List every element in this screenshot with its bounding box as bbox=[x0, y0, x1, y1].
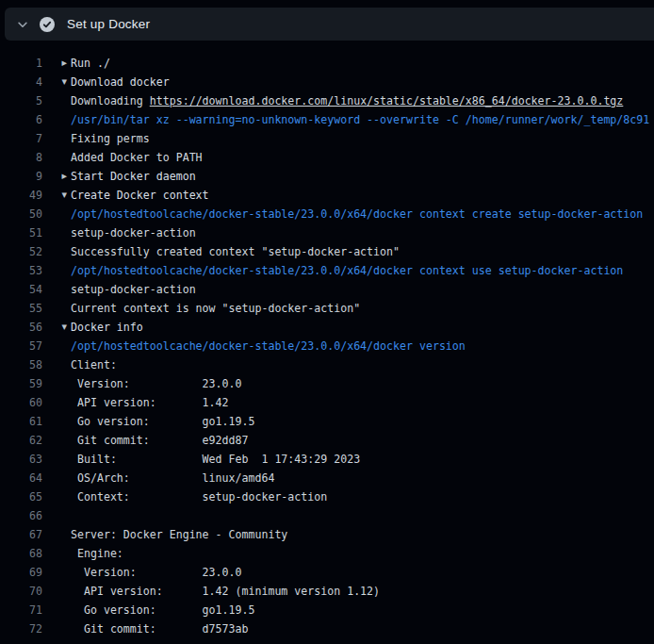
line-number[interactable]: 58 bbox=[0, 355, 42, 374]
log-line: 69 Version: 23.0.0 bbox=[0, 563, 654, 582]
toggle-spacer bbox=[42, 129, 71, 148]
line-number[interactable]: 1 bbox=[0, 54, 42, 73]
log-line: 50/opt/hostedtoolcache/docker-stable/23.… bbox=[0, 205, 654, 223]
log-line: 62 Git commit: e92dd87 bbox=[0, 431, 654, 450]
log-line: 52Successfully created context "setup-do… bbox=[0, 242, 654, 261]
line-number[interactable]: 53 bbox=[0, 261, 42, 280]
log-text: Go version: go1.19.5 bbox=[71, 412, 254, 431]
toggle-spacer bbox=[42, 337, 71, 355]
log-container: 1▸Run ./4▾Download docker5Downloading ht… bbox=[0, 41, 654, 638]
toggle-spacer bbox=[42, 450, 71, 469]
log-line: 65 Context: setup-docker-action bbox=[0, 487, 654, 506]
line-number[interactable]: 71 bbox=[0, 601, 42, 619]
line-number[interactable]: 5 bbox=[0, 91, 42, 110]
line-number[interactable]: 70 bbox=[0, 582, 42, 601]
toggle-spacer bbox=[42, 525, 71, 544]
group-title: Start Docker daemon bbox=[71, 167, 196, 186]
log-text: Version: 23.0.0 bbox=[71, 563, 241, 582]
toggle-spacer bbox=[42, 242, 71, 261]
chevron-down-icon[interactable] bbox=[16, 18, 29, 31]
log-line: 67Server: Docker Engine - Community bbox=[0, 525, 654, 544]
line-number[interactable]: 55 bbox=[0, 299, 42, 318]
log-text: Engine: bbox=[71, 544, 123, 563]
line-number[interactable]: 62 bbox=[0, 431, 42, 450]
log-text: Git commit: e92dd87 bbox=[71, 431, 248, 450]
log-line: 68 Engine: bbox=[0, 544, 654, 563]
line-number[interactable]: 60 bbox=[0, 393, 42, 412]
status-check-circle-icon bbox=[40, 17, 55, 32]
line-number[interactable]: 6 bbox=[0, 110, 42, 129]
toggle-spacer bbox=[42, 110, 71, 129]
line-number[interactable]: 59 bbox=[0, 374, 42, 393]
log-text: Built: Wed Feb 1 17:43:29 2023 bbox=[71, 450, 360, 469]
log-group-row[interactable]: 4▾Download docker bbox=[0, 73, 654, 91]
line-number[interactable]: 69 bbox=[0, 563, 42, 582]
line-number[interactable]: 68 bbox=[0, 544, 42, 563]
log-line: 66 bbox=[0, 506, 654, 525]
log-line: 58Client: bbox=[0, 355, 654, 374]
log-url-link[interactable]: https://download.docker.com/linux/static… bbox=[150, 94, 624, 107]
group-chevron-right-icon[interactable]: ▸ bbox=[42, 167, 71, 186]
line-number[interactable]: 65 bbox=[0, 487, 42, 506]
line-number[interactable]: 57 bbox=[0, 337, 42, 355]
log-group-row[interactable]: 49▾Create Docker context bbox=[0, 186, 654, 205]
line-number[interactable]: 56 bbox=[0, 318, 42, 337]
actions-log-viewer: Set up Docker 1▸Run ./4▾Download docker5… bbox=[0, 8, 654, 638]
line-number[interactable]: 61 bbox=[0, 412, 42, 431]
command-text: /opt/hostedtoolcache/docker-stable/23.0.… bbox=[71, 261, 623, 280]
line-number[interactable]: 72 bbox=[0, 619, 42, 638]
log-text: Server: Docker Engine - Community bbox=[71, 525, 287, 544]
toggle-spacer bbox=[42, 431, 71, 450]
log-text: Fixing perms bbox=[71, 129, 150, 148]
log-text: Successfully created context "setup-dock… bbox=[71, 242, 400, 261]
log-line: 51setup-docker-action bbox=[0, 223, 654, 242]
log-group-row[interactable]: 1▸Run ./ bbox=[0, 54, 654, 73]
command-text: /opt/hostedtoolcache/docker-stable/23.0.… bbox=[71, 205, 643, 223]
line-number[interactable]: 66 bbox=[0, 506, 42, 525]
line-number[interactable]: 64 bbox=[0, 469, 42, 487]
group-title: Docker info bbox=[71, 318, 143, 337]
line-number[interactable]: 9 bbox=[0, 167, 42, 186]
log-line: 57/opt/hostedtoolcache/docker-stable/23.… bbox=[0, 337, 654, 355]
log-line: 7Fixing perms bbox=[0, 129, 654, 148]
log-text: API version: 1.42 bbox=[71, 393, 229, 412]
log-line: 55Current context is now "setup-docker-a… bbox=[0, 299, 654, 318]
line-number[interactable]: 4 bbox=[0, 73, 42, 91]
toggle-spacer bbox=[42, 487, 71, 506]
log-group-row[interactable]: 9▸Start Docker daemon bbox=[0, 167, 654, 186]
group-chevron-down-icon[interactable]: ▾ bbox=[42, 186, 71, 205]
toggle-spacer bbox=[42, 563, 71, 582]
step-header[interactable]: Set up Docker bbox=[5, 8, 654, 41]
toggle-spacer bbox=[42, 91, 71, 110]
log-line: 59 Version: 23.0.0 bbox=[0, 374, 654, 393]
toggle-spacer bbox=[42, 506, 71, 525]
log-line: 72 Git commit: d7573ab bbox=[0, 619, 654, 638]
log-group-row[interactable]: 56▾Docker info bbox=[0, 318, 654, 337]
log-line: 63 Built: Wed Feb 1 17:43:29 2023 bbox=[0, 450, 654, 469]
toggle-spacer bbox=[42, 355, 71, 374]
log-text: OS/Arch: linux/amd64 bbox=[71, 469, 274, 487]
log-text: setup-docker-action bbox=[71, 280, 196, 299]
line-number[interactable]: 52 bbox=[0, 242, 42, 261]
group-title: Run ./ bbox=[71, 54, 110, 73]
line-number[interactable]: 50 bbox=[0, 205, 42, 223]
group-chevron-down-icon[interactable]: ▾ bbox=[42, 73, 71, 91]
log-text: Go version: go1.19.5 bbox=[71, 601, 254, 619]
command-text: /usr/bin/tar xz --warning=no-unknown-key… bbox=[71, 110, 649, 129]
line-number[interactable]: 54 bbox=[0, 280, 42, 299]
toggle-spacer bbox=[42, 280, 71, 299]
line-number[interactable]: 7 bbox=[0, 129, 42, 148]
line-number[interactable]: 49 bbox=[0, 186, 42, 205]
toggle-spacer bbox=[42, 374, 71, 393]
line-number[interactable]: 51 bbox=[0, 223, 42, 242]
log-line: 5Downloading https://download.docker.com… bbox=[0, 91, 654, 110]
toggle-spacer bbox=[42, 393, 71, 412]
line-number[interactable]: 8 bbox=[0, 148, 42, 167]
line-number[interactable]: 67 bbox=[0, 525, 42, 544]
line-number[interactable]: 63 bbox=[0, 450, 42, 469]
group-chevron-down-icon[interactable]: ▾ bbox=[42, 318, 71, 337]
group-chevron-right-icon[interactable]: ▸ bbox=[42, 54, 71, 73]
log-line: 6/usr/bin/tar xz --warning=no-unknown-ke… bbox=[0, 110, 654, 129]
log-line: 61 Go version: go1.19.5 bbox=[0, 412, 654, 431]
log-text: setup-docker-action bbox=[71, 223, 196, 242]
